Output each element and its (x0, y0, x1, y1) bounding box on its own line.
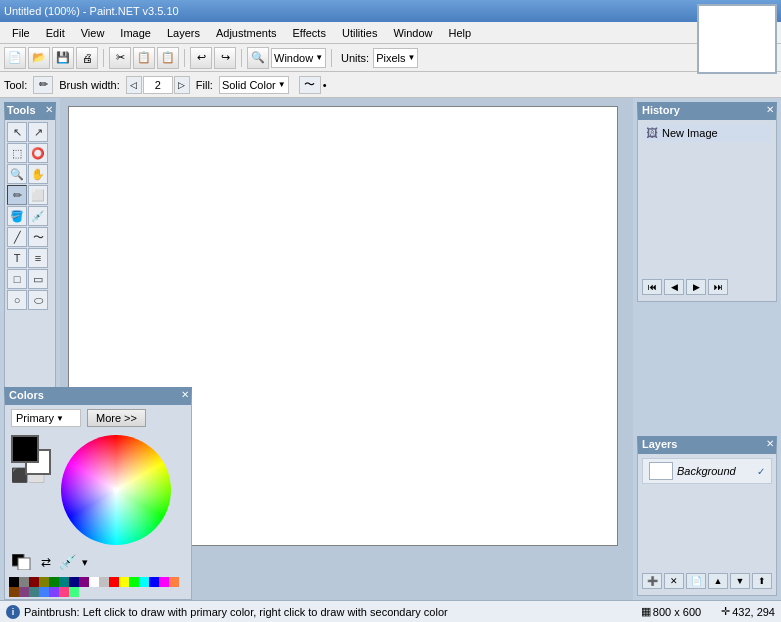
layers-panel: Layers ✕ Background ✓ ➕ ✕ 📄 ▲ ▼ ⬆ (637, 436, 777, 596)
palette-color[interactable] (49, 577, 59, 587)
layer-properties[interactable]: ⬆ (752, 573, 772, 589)
tool-rectangle-select[interactable]: ↖ (7, 122, 27, 142)
tool-recolor[interactable]: ≡ (28, 248, 48, 268)
menu-window[interactable]: Window (385, 25, 440, 41)
colors-close[interactable]: ✕ (181, 389, 189, 400)
tools-panel-close[interactable]: ✕ (45, 104, 53, 115)
brush-width-inc[interactable]: ▷ (174, 76, 190, 94)
primary-color-box[interactable] (11, 435, 39, 463)
tool-text[interactable]: T (7, 248, 27, 268)
color-wheel-container[interactable] (61, 435, 171, 545)
history-first[interactable]: ⏮ (642, 279, 662, 295)
layers-close[interactable]: ✕ (766, 438, 774, 449)
palette-color[interactable] (109, 577, 119, 587)
layer-add[interactable]: ➕ (642, 573, 662, 589)
palette-color[interactable] (29, 577, 39, 587)
brush-style-btn[interactable]: 〜 (299, 76, 321, 94)
history-last[interactable]: ⏭ (708, 279, 728, 295)
menu-file[interactable]: File (4, 25, 38, 41)
copy-button[interactable]: 📋 (133, 47, 155, 69)
palette-color[interactable] (19, 577, 29, 587)
coords-icon: ✛ (721, 605, 730, 618)
tool-line[interactable]: ╱ (7, 227, 27, 247)
history-forward[interactable]: ▶ (686, 279, 706, 295)
redo-button[interactable]: ↪ (214, 47, 236, 69)
palette-color[interactable] (69, 577, 79, 587)
primary-dropdown[interactable]: Primary ▼ (11, 409, 81, 427)
palette-color[interactable] (99, 577, 109, 587)
eyedropper-icon[interactable]: 💉 (59, 554, 76, 570)
history-item-new-image[interactable]: 🖼 New Image (642, 124, 772, 142)
new-button[interactable]: 📄 (4, 47, 26, 69)
menu-edit[interactable]: Edit (38, 25, 73, 41)
tool-zoom[interactable]: 🔍 (7, 164, 27, 184)
layer-delete[interactable]: ✕ (664, 573, 684, 589)
tool-paintbrush[interactable]: ✏ (7, 185, 27, 205)
cut-button[interactable]: ✂ (109, 47, 131, 69)
swap-colors-btn[interactable]: ⇄ (37, 553, 55, 571)
tool-rounded-rect[interactable]: ▭ (28, 269, 48, 289)
palette-color[interactable] (9, 577, 19, 587)
palette-color[interactable] (9, 587, 19, 597)
tool-eraser[interactable]: ⬜ (28, 185, 48, 205)
menu-help[interactable]: Help (441, 25, 480, 41)
layer-background[interactable]: Background ✓ (642, 458, 772, 484)
menu-layers[interactable]: Layers (159, 25, 208, 41)
palette-color[interactable] (19, 587, 29, 597)
layer-duplicate[interactable]: 📄 (686, 573, 706, 589)
layer-visible-check[interactable]: ✓ (757, 466, 765, 477)
palette-color[interactable] (169, 577, 179, 587)
window-dropdown[interactable]: Window ▼ (271, 48, 326, 68)
history-close[interactable]: ✕ (766, 104, 774, 115)
brush-width-input[interactable]: 2 (143, 76, 173, 94)
palette-color[interactable] (139, 577, 149, 587)
undo-button[interactable]: ↩ (190, 47, 212, 69)
color-wheel[interactable] (61, 435, 171, 545)
units-dropdown[interactable]: Pixels ▼ (373, 48, 418, 68)
layer-up[interactable]: ▲ (708, 573, 728, 589)
tool-curve[interactable]: 〜 (28, 227, 48, 247)
color-arrow-icon: ▾ (82, 556, 88, 569)
tool-ellipse[interactable]: ○ (7, 290, 27, 310)
tool-paint-bucket[interactable]: 🪣 (7, 206, 27, 226)
tool-color-picker[interactable]: 💉 (28, 206, 48, 226)
palette-color[interactable] (119, 577, 129, 587)
layer-down[interactable]: ▼ (730, 573, 750, 589)
color-bottom: ⇄ 💉 ▾ (5, 549, 191, 575)
print-button[interactable]: 🖨 (76, 47, 98, 69)
palette-color[interactable] (59, 577, 69, 587)
menu-utilities[interactable]: Utilities (334, 25, 385, 41)
tool-freeform-shape[interactable]: ⬭ (28, 290, 48, 310)
tool-ellipse-select[interactable]: ⭕ (28, 143, 48, 163)
tool-rectangle[interactable]: □ (7, 269, 27, 289)
tool-pan[interactable]: ✋ (28, 164, 48, 184)
palette-color[interactable] (39, 577, 49, 587)
menu-adjustments[interactable]: Adjustments (208, 25, 285, 41)
open-button[interactable]: 📂 (28, 47, 50, 69)
fill-dropdown[interactable]: Solid Color ▼ (219, 76, 289, 94)
more-button[interactable]: More >> (87, 409, 146, 427)
palette-color[interactable] (69, 587, 79, 597)
palette-color[interactable] (79, 577, 89, 587)
tool-move[interactable]: ↗ (28, 122, 48, 142)
menu-image[interactable]: Image (112, 25, 159, 41)
menu-effects[interactable]: Effects (285, 25, 334, 41)
zoom-button[interactable]: 🔍 (247, 47, 269, 69)
paste-button[interactable]: 📋 (157, 47, 179, 69)
palette-color[interactable] (89, 577, 99, 587)
palette-color[interactable] (129, 577, 139, 587)
menu-view[interactable]: View (73, 25, 113, 41)
tool-icon[interactable]: ✏ (33, 76, 53, 94)
palette-color[interactable] (29, 587, 39, 597)
history-back[interactable]: ◀ (664, 279, 684, 295)
svg-rect-1 (18, 558, 30, 570)
palette-color[interactable] (159, 577, 169, 587)
palette-color[interactable] (49, 587, 59, 597)
palette-color[interactable] (149, 577, 159, 587)
palette-color[interactable] (39, 587, 49, 597)
black-white-btn[interactable] (11, 553, 33, 571)
brush-width-dec[interactable]: ◁ (126, 76, 142, 94)
tool-lasso[interactable]: ⬚ (7, 143, 27, 163)
save-button[interactable]: 💾 (52, 47, 74, 69)
palette-color[interactable] (59, 587, 69, 597)
